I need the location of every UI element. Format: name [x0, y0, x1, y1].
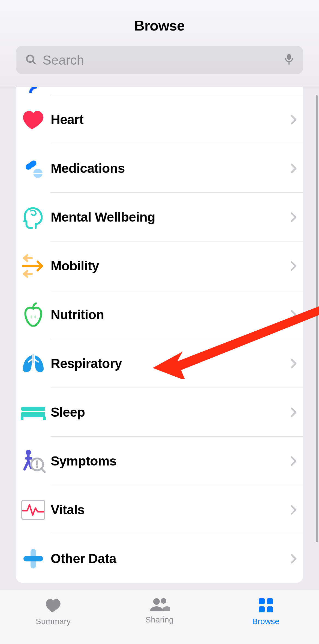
category-row-medications[interactable]: Medications: [16, 144, 303, 193]
svg-rect-12: [21, 407, 45, 411]
svg-rect-21: [22, 500, 45, 519]
category-row-vitals[interactable]: Vitals: [16, 485, 303, 534]
chevron-right-icon: [284, 164, 303, 173]
svg-rect-13: [21, 412, 45, 417]
mic-icon[interactable]: [284, 53, 294, 67]
tab-browse[interactable]: Browse: [213, 589, 319, 644]
category-label: Mental Wellbeing: [51, 210, 284, 225]
heart-fill-icon: [45, 598, 62, 613]
category-label: Respiratory: [51, 356, 284, 371]
svg-rect-4: [25, 159, 38, 171]
svg-point-25: [153, 598, 160, 605]
chevron-right-icon: [284, 310, 303, 320]
svg-rect-30: [267, 606, 273, 612]
search-input[interactable]: [42, 52, 279, 68]
category-label: Heart: [51, 112, 284, 127]
search-icon: [25, 54, 37, 66]
category-label: Medications: [51, 161, 284, 176]
chevron-right-icon: [284, 115, 303, 125]
svg-rect-23: [23, 556, 43, 561]
svg-rect-15: [43, 417, 46, 420]
chevron-right-icon: [284, 505, 303, 515]
symptom-icon: [16, 449, 51, 474]
category-label: Symptoms: [51, 453, 284, 468]
tab-label: Summary: [36, 617, 71, 626]
people-icon: [149, 598, 170, 611]
svg-point-10: [34, 315, 36, 319]
hearing-icon: [16, 87, 51, 93]
category-row-partial[interactable]: [16, 87, 303, 95]
bed-icon: [16, 404, 51, 421]
category-row-other-data[interactable]: Other Data: [16, 534, 303, 583]
svg-rect-11: [32, 354, 34, 363]
brain-icon: [16, 205, 51, 229]
chevron-right-icon: [284, 407, 303, 417]
svg-rect-14: [21, 417, 23, 420]
tab-label: Browse: [252, 617, 279, 626]
chevron-right-icon: [284, 212, 303, 222]
category-row-symptoms[interactable]: Symptoms: [16, 437, 303, 485]
chevron-right-icon: [284, 554, 303, 564]
category-label: Sleep: [51, 405, 284, 420]
tab-summary[interactable]: Summary: [0, 589, 106, 644]
screen: Browse: [0, 0, 319, 644]
category-row-nutrition[interactable]: Nutrition: [16, 290, 303, 339]
category-row-heart[interactable]: Heart: [16, 95, 303, 144]
header-bar: Browse: [0, 0, 319, 87]
svg-point-9: [31, 315, 32, 319]
arrows-icon: [16, 254, 51, 278]
category-row-mobility[interactable]: Mobility: [16, 241, 303, 290]
svg-rect-29: [259, 606, 265, 612]
lungs-icon: [16, 354, 51, 373]
tab-label: Sharing: [145, 615, 173, 624]
category-label: Vitals: [51, 502, 284, 517]
pills-icon: [16, 158, 51, 179]
category-row-respiratory[interactable]: Respiratory: [16, 339, 303, 388]
scrollbar[interactable]: [316, 95, 318, 542]
heart-icon: [16, 109, 51, 130]
category-row-sleep[interactable]: Sleep: [16, 388, 303, 437]
categories-card: Heart Medications: [16, 87, 303, 583]
grid-icon: [258, 598, 273, 613]
category-label: Other Data: [51, 551, 284, 566]
svg-point-26: [161, 598, 166, 604]
category-row-mental-wellbeing[interactable]: Mental Wellbeing: [16, 193, 303, 241]
waveform-icon: [16, 500, 51, 520]
apple-icon: [16, 302, 51, 328]
search-field[interactable]: [16, 46, 303, 74]
chevron-right-icon: [284, 261, 303, 271]
svg-line-18: [41, 469, 45, 472]
svg-rect-28: [267, 598, 273, 604]
tab-sharing[interactable]: Sharing: [106, 589, 213, 644]
svg-rect-27: [259, 598, 265, 604]
plus-icon: [16, 547, 51, 570]
content-area[interactable]: Heart Medications: [0, 87, 319, 589]
svg-rect-2: [287, 54, 291, 60]
chevron-right-icon: [284, 456, 303, 466]
svg-point-20: [36, 466, 38, 468]
page-title: Browse: [0, 17, 319, 34]
svg-line-1: [33, 61, 35, 64]
category-label: Nutrition: [51, 307, 284, 322]
category-label: Mobility: [51, 258, 284, 273]
tab-bar: Summary Sharing Browse: [0, 589, 319, 644]
chevron-right-icon: [284, 359, 303, 368]
